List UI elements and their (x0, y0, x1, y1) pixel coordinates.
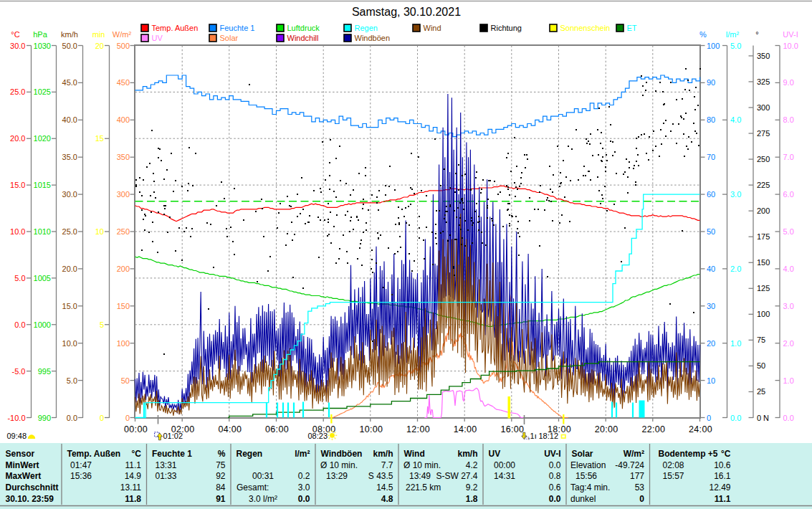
svg-text:1.0: 1.0 (730, 339, 741, 348)
svg-text:Temp. Außen: Temp. Außen (152, 24, 199, 32)
svg-text:14.9: 14.9 (125, 471, 142, 481)
svg-text:50: 50 (707, 227, 715, 236)
svg-text:02:08: 02:08 (663, 460, 684, 470)
svg-text:4.8: 4.8 (381, 494, 393, 504)
svg-text:2.0: 2.0 (783, 339, 794, 348)
svg-text:60: 60 (707, 190, 715, 199)
svg-text:5.0: 5.0 (14, 274, 25, 282)
svg-text:01:33: 01:33 (156, 471, 177, 481)
svg-text:08:23: 08:23 (308, 432, 328, 440)
svg-text:°C: °C (721, 449, 731, 459)
svg-text:75: 75 (757, 336, 765, 344)
svg-text:15.0: 15.0 (10, 181, 25, 189)
svg-text:250: 250 (117, 227, 130, 236)
svg-text:84: 84 (216, 482, 226, 493)
svg-text:450: 450 (117, 78, 130, 87)
svg-text:N: N (763, 414, 769, 422)
svg-text:Windböen: Windböen (321, 449, 363, 459)
svg-text:100: 100 (117, 339, 130, 348)
svg-text:4.0: 4.0 (730, 115, 741, 124)
svg-text:hPa: hPa (33, 30, 47, 39)
svg-text:53: 53 (635, 482, 645, 493)
svg-text:0.0: 0.0 (730, 414, 741, 422)
svg-text:3.0: 3.0 (730, 190, 741, 199)
svg-text:Bodentemp +5: Bodentemp +5 (659, 449, 718, 459)
svg-text:W/m²: W/m² (624, 449, 644, 459)
svg-text:10: 10 (707, 376, 715, 385)
svg-text:15:36: 15:36 (70, 471, 92, 481)
svg-text:%: % (699, 30, 707, 39)
svg-text:75: 75 (216, 460, 226, 470)
svg-text:0.0: 0.0 (298, 494, 310, 504)
svg-text:20: 20 (707, 339, 715, 348)
svg-text:3.0: 3.0 (783, 302, 794, 310)
svg-text:16.1: 16.1 (714, 471, 731, 481)
svg-text:400: 400 (117, 115, 130, 124)
svg-text:70: 70 (707, 153, 715, 161)
svg-text:15.0: 15.0 (62, 302, 77, 310)
svg-text:11.8: 11.8 (125, 494, 141, 504)
svg-text:30: 30 (707, 302, 715, 310)
svg-text:35.0: 35.0 (62, 153, 77, 161)
svg-text:%: % (218, 449, 226, 459)
svg-text:-49.724: -49.724 (615, 460, 644, 470)
svg-text:00:00: 00:00 (124, 424, 148, 434)
svg-text:UV: UV (152, 34, 163, 42)
svg-text:200: 200 (757, 206, 770, 215)
svg-text:175: 175 (757, 232, 770, 241)
svg-text:°C: °C (132, 449, 142, 459)
svg-text:Tag:4 min.: Tag:4 min. (570, 482, 610, 493)
svg-text:14:00: 14:00 (454, 424, 477, 434)
svg-text:12.49: 12.49 (709, 482, 730, 493)
svg-text:5.0: 5.0 (783, 227, 794, 236)
svg-text:0.0: 0.0 (14, 320, 25, 329)
svg-text:0: 0 (100, 414, 104, 422)
svg-text:UV: UV (489, 449, 501, 459)
svg-text:Temp. Außen: Temp. Außen (67, 449, 121, 459)
svg-text:9.2: 9.2 (466, 482, 478, 493)
svg-text:7.7: 7.7 (381, 460, 393, 470)
svg-text:0.0: 0.0 (67, 414, 77, 422)
svg-text:50.0: 50.0 (62, 42, 77, 50)
svg-text:1005: 1005 (34, 274, 51, 282)
svg-text:0: 0 (757, 414, 761, 422)
svg-text:ET: ET (627, 24, 637, 32)
svg-text:06:00: 06:00 (265, 424, 289, 434)
svg-text:221.5 km: 221.5 km (406, 482, 441, 493)
svg-text:15: 15 (95, 134, 104, 143)
svg-text:20:00: 20:00 (595, 424, 618, 434)
svg-text:3.0: 3.0 (298, 482, 310, 493)
svg-text:8.0: 8.0 (783, 115, 794, 124)
svg-text:30.0: 30.0 (10, 42, 25, 50)
svg-text:-10.0: -10.0 (7, 414, 25, 422)
svg-text:12:00: 12:00 (406, 424, 430, 434)
svg-text:°: ° (755, 30, 758, 39)
svg-text:UV-I: UV-I (544, 449, 560, 459)
svg-text:Solar: Solar (220, 34, 239, 42)
svg-text:0: 0 (639, 494, 644, 504)
svg-text:13:31: 13:31 (156, 460, 177, 470)
svg-text:Ø 10 min.: Ø 10 min. (320, 460, 358, 470)
svg-text:15:57: 15:57 (663, 471, 684, 481)
svg-text:14:31: 14:31 (494, 471, 515, 481)
svg-text:10:00: 10:00 (359, 424, 383, 434)
svg-text:Luftdruck: Luftdruck (287, 24, 320, 32)
svg-text:0: 0 (707, 414, 711, 422)
svg-text:6.0: 6.0 (783, 190, 794, 199)
svg-text:225: 225 (757, 181, 770, 189)
svg-text:Wind: Wind (404, 449, 425, 459)
svg-text:0.0: 0.0 (783, 414, 794, 422)
svg-text:Feuchte 1: Feuchte 1 (152, 449, 192, 459)
svg-text:4.0: 4.0 (783, 265, 794, 273)
svg-text:350: 350 (757, 52, 770, 60)
svg-text:25: 25 (757, 387, 765, 396)
svg-text:5.0: 5.0 (67, 376, 77, 385)
svg-text:10.0: 10.0 (62, 339, 77, 348)
svg-text:275: 275 (757, 129, 770, 138)
svg-text:20: 20 (95, 42, 104, 50)
svg-text:14.5: 14.5 (376, 482, 393, 493)
svg-text:Regen: Regen (355, 24, 378, 32)
svg-text:dunkel: dunkel (570, 494, 596, 504)
svg-text:1020: 1020 (34, 134, 51, 143)
svg-text:18:12: 18:12 (539, 432, 559, 440)
